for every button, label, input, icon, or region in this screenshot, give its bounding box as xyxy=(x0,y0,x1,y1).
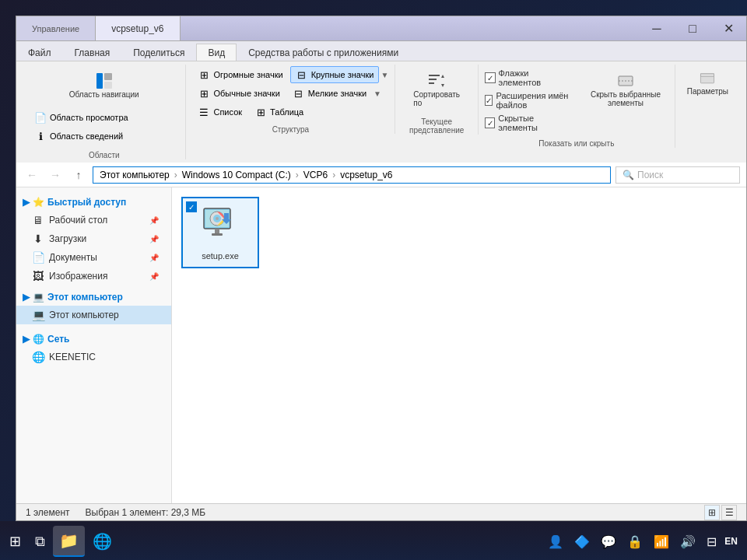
parametry-label: Параметры xyxy=(687,87,728,96)
desktop-label: Рабочий стол xyxy=(49,215,107,226)
rasshireniya-row[interactable]: ✓ Расширения имён файлов xyxy=(485,90,570,110)
view-mode-buttons: ⊞ ☰ xyxy=(704,505,737,520)
path-sep1: › xyxy=(174,170,177,180)
this-computer-header[interactable]: ▶ 💻 Этот компьютер xyxy=(16,289,171,306)
sidebar-item-pictures[interactable]: 🖼 Изображения 📌 xyxy=(16,267,171,285)
tray-person-icon[interactable]: 👤 xyxy=(545,533,566,551)
sidebar-item-downloads[interactable]: ⬇ Загрузки 📌 xyxy=(16,229,171,248)
preview-pane-icon: 📄 xyxy=(34,111,47,124)
tray-bluetooth-icon[interactable]: 🔷 xyxy=(571,533,593,551)
skrit-vibrannie-btn[interactable]: Скрыть выбранные элементы xyxy=(583,68,668,111)
tray-battery-icon[interactable]: ⊟ xyxy=(703,533,720,551)
oblast-prosmotra-btn[interactable]: 📄 Область просмотра xyxy=(29,109,134,126)
ribbon-content-view: Область навигации 📄 Область просмотра ℹ … xyxy=(16,61,746,163)
title-spacer xyxy=(181,16,639,40)
obichnie-btn[interactable]: ⊞ Обычные значки xyxy=(192,85,285,102)
file-checkbox[interactable]: ✓ xyxy=(186,201,197,212)
taskbar: ⊞ ⧉ 📁 🌐 👤 🔷 💬 🔒 📶 🔊 ⊟ EN xyxy=(0,523,747,560)
file-item-setup[interactable]: ✓ xyxy=(181,197,259,268)
sort-container: Сортировать по xyxy=(402,65,472,114)
browser-taskbar-button[interactable]: 🌐 xyxy=(86,526,118,557)
start-icon: ⊞ xyxy=(9,533,21,550)
file-area[interactable]: ✓ xyxy=(172,187,746,503)
maximize-button[interactable]: □ xyxy=(675,16,710,41)
tekushchee-group-label: Текущее представление xyxy=(402,114,472,135)
tab-share[interactable]: Поделиться xyxy=(121,44,196,61)
flagki-row[interactable]: ✓ Флажки элементов xyxy=(485,68,570,88)
sidebar-item-documents[interactable]: 📄 Документы 📌 xyxy=(16,248,171,267)
tab-tools[interactable]: Средства работы с приложениями xyxy=(237,44,410,61)
svg-marker-6 xyxy=(441,75,444,78)
skridie-row[interactable]: ✓ Скрытые элементы xyxy=(485,113,570,133)
svg-rect-0 xyxy=(96,73,103,89)
setup-exe-label: setup.exe xyxy=(202,251,239,261)
title-tab-vcpsetup[interactable]: vcpsetup_v6 xyxy=(96,16,180,40)
flagki-label: Флажки элементов xyxy=(499,68,571,87)
tray-volume-icon[interactable]: 🔊 xyxy=(677,533,699,551)
medium-icons-icon: ⊞ xyxy=(198,87,210,100)
desktop-pin-icon: 📌 xyxy=(149,216,159,225)
tray-message-icon[interactable]: 💬 xyxy=(598,533,619,551)
forward-button[interactable]: → xyxy=(46,166,65,184)
back-button[interactable]: ← xyxy=(23,166,41,184)
oblast-svedeniy-btn[interactable]: ℹ Область сведений xyxy=(29,128,128,145)
up-button[interactable]: ↑ xyxy=(69,166,88,184)
quick-access-arrow: ▶ xyxy=(23,197,30,208)
this-computer-icon: 💻 xyxy=(32,309,44,321)
sidebar-item-keenetic[interactable]: 🌐 KEENETIC xyxy=(16,348,171,366)
star-icon: ⭐ xyxy=(33,197,44,208)
ogromnie-label: Огромные значки xyxy=(213,70,282,79)
downloads-pin-icon: 📌 xyxy=(149,235,159,243)
close-button[interactable]: ✕ xyxy=(710,16,746,41)
status-large-icons-btn[interactable]: ⊞ xyxy=(704,505,720,520)
parametry-btn[interactable]: Параметры xyxy=(682,65,734,100)
path-drive: Windows 10 Compact (C:) xyxy=(182,170,291,180)
desktop-icon: 🖥 xyxy=(32,214,44,226)
minimize-button[interactable]: ─ xyxy=(639,16,675,41)
start-button[interactable]: ⊞ xyxy=(3,526,27,557)
flagki-checkbox[interactable]: ✓ xyxy=(485,72,496,83)
title-tab-upravlenie[interactable]: Управление xyxy=(16,16,96,40)
tray-wifi-icon[interactable]: 📶 xyxy=(651,533,672,551)
quick-access-header[interactable]: ▶ ⭐ Быстрый доступ xyxy=(16,194,171,211)
oblasti-navigacii-btn[interactable]: Область навигации xyxy=(64,68,145,103)
struktura-arrow1: ▼ xyxy=(381,66,388,83)
struktura-arrow2: ▼ xyxy=(374,85,381,102)
krupnie-btn[interactable]: ⊟ Крупные значки xyxy=(290,66,380,83)
huge-icons-icon: ⊞ xyxy=(198,68,210,81)
computer-icon: 💻 xyxy=(33,292,44,303)
tablica-btn[interactable]: ⊞ Таблица xyxy=(249,103,309,121)
sortirovka-btn[interactable]: Сортировать по xyxy=(408,68,465,111)
title-upravlenie-label: Управление xyxy=(32,24,79,33)
search-icon: 🔍 xyxy=(622,170,634,180)
tray-lock-icon[interactable]: 🔒 xyxy=(624,533,646,551)
search-box[interactable]: 🔍 Поиск xyxy=(615,166,740,184)
task-view-button[interactable]: ⧉ xyxy=(29,526,51,557)
lang-indicator: EN xyxy=(724,536,738,547)
setup-exe-icon xyxy=(198,205,242,248)
sidebar-item-this-computer[interactable]: 💻 Этот компьютер xyxy=(16,306,171,324)
documents-pin-icon: 📌 xyxy=(149,254,159,262)
rasshireniya-checkbox[interactable]: ✓ xyxy=(485,95,493,106)
main-content: ▶ ⭐ Быстрый доступ 🖥 Рабочий стол 📌 ⬇ За… xyxy=(16,187,746,503)
table-icon: ⊞ xyxy=(254,106,267,118)
network-icon: 🌐 xyxy=(33,334,44,345)
status-details-btn[interactable]: ☰ xyxy=(721,505,737,520)
sidebar-item-desktop[interactable]: 🖥 Рабочий стол 📌 xyxy=(16,211,171,229)
tab-file[interactable]: Файл xyxy=(16,44,63,61)
struktura-row1: ⊞ Огромные значки ⊟ Крупные значки ▼ xyxy=(192,66,388,83)
explorer-taskbar-button[interactable]: 📁 xyxy=(53,526,85,557)
address-path[interactable]: Этот компьютер › Windows 10 Compact (C:)… xyxy=(93,166,611,184)
tab-view[interactable]: Вид xyxy=(196,44,237,61)
tablica-label: Таблица xyxy=(270,107,303,117)
skridie-checkbox[interactable]: ✓ xyxy=(485,117,495,128)
network-header[interactable]: ▶ 🌐 Сеть xyxy=(16,331,171,348)
ribbon-tabs: Файл Главная Поделиться Вид Средства раб… xyxy=(16,41,746,61)
spisok-btn[interactable]: ☰ Список xyxy=(192,103,247,121)
checkboxes-container: ✓ Флажки элементов ✓ Расширения имён фай… xyxy=(485,68,570,133)
melkie-btn[interactable]: ⊟ Мелкие значки xyxy=(287,85,372,102)
tab-home[interactable]: Главная xyxy=(63,44,122,61)
oblasti-sub-buttons: 📄 Область просмотра ℹ Область сведений xyxy=(29,106,179,148)
skridie-label: Скрытые элементы xyxy=(498,114,570,132)
ogromnie-btn[interactable]: ⊞ Огромные значки xyxy=(192,66,288,83)
